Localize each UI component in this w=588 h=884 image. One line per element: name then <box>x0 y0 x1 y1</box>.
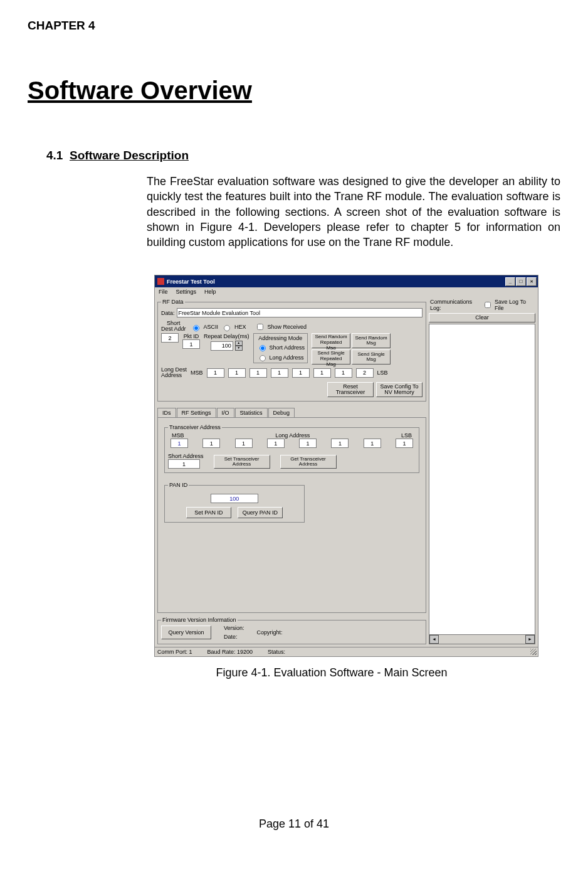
section-title: Software Description <box>70 149 189 162</box>
repeat-spinner[interactable]: ▲ ▼ <box>235 341 243 351</box>
ta-2[interactable] <box>235 439 253 448</box>
ld-2[interactable] <box>249 368 267 378</box>
long-addr-radio[interactable] <box>260 355 266 361</box>
comm-log-area[interactable] <box>429 324 535 635</box>
save-log-check[interactable] <box>485 302 491 308</box>
status-comm: Comm Port: 1 <box>157 649 192 655</box>
ld-7[interactable] <box>356 368 374 378</box>
show-received-check[interactable] <box>257 324 263 330</box>
reset-transceiver-button[interactable]: Reset Transceiver <box>327 382 374 397</box>
body-paragraph: The FreeStar evaluation software was des… <box>147 174 560 250</box>
page-number: Page 11 of 41 <box>28 817 560 831</box>
pktid-label: Pkt ID <box>184 333 199 339</box>
ta-lsb: LSB <box>401 432 412 439</box>
menu-help[interactable]: Help <box>204 289 216 295</box>
ta-0[interactable] <box>171 439 188 448</box>
tab-ids[interactable]: IDs <box>157 408 176 417</box>
ascii-radio[interactable] <box>193 325 199 331</box>
ta-6[interactable] <box>364 439 381 448</box>
query-version-button[interactable]: Query Version <box>161 626 211 639</box>
comm-log-title: Communications Log: <box>430 299 482 311</box>
ld-0[interactable] <box>207 368 224 378</box>
ld-4[interactable] <box>292 368 310 378</box>
close-button[interactable]: × <box>527 277 537 286</box>
set-transceiver-button[interactable]: Set Transceiver Address <box>214 455 270 469</box>
send-random-button[interactable]: Send Random Msg <box>352 333 391 348</box>
long-dest-label: Long Dest Address <box>161 367 187 378</box>
pan-id-group: PAN ID Set PAN ID Query PAN ID <box>164 482 305 523</box>
scroll-right-icon[interactable]: ► <box>525 635 535 644</box>
ta-msb: MSB <box>172 432 184 439</box>
scroll-left-icon[interactable]: ◄ <box>429 635 439 644</box>
show-received-label: Show Received <box>268 324 307 330</box>
resize-grip-icon[interactable] <box>530 649 537 655</box>
rf-data-legend: RF Data <box>161 299 185 305</box>
status-bar: Comm Port: 1 Baud Rate: 19200 Status: <box>155 647 538 656</box>
send-random-repeated-button[interactable]: Send Random Repeated Msg <box>312 333 350 348</box>
send-single-repeated-button[interactable]: Send Single Repeated Msg <box>312 349 350 365</box>
tab-bar: IDs RF Settings I/O Statistics Debug <box>157 408 426 418</box>
ld-1[interactable] <box>228 368 246 378</box>
short-dest-label: Short Dest Addr <box>161 321 186 332</box>
pktid-input[interactable] <box>182 339 200 349</box>
set-pan-button[interactable]: Set PAN ID <box>186 507 231 518</box>
save-log-label: Save Log To File <box>495 299 534 311</box>
titlebar: Freestar Test Tool _ □ × <box>155 275 538 287</box>
fw-legend: Firmware Version Information <box>161 617 238 623</box>
get-transceiver-button[interactable]: Get Transceiver Address <box>280 455 337 469</box>
fw-copyright-label: Copyright: <box>257 629 283 636</box>
ta-7[interactable] <box>396 439 413 448</box>
pan-id-input[interactable] <box>211 494 258 503</box>
minimize-button[interactable]: _ <box>505 277 515 286</box>
data-input[interactable] <box>177 308 423 317</box>
repeat-input[interactable] <box>211 341 233 351</box>
figure-caption: Figure 4-1. Evaluation Software - Main S… <box>103 666 560 679</box>
menu-file[interactable]: File <box>159 289 168 295</box>
ta-short-label: Short Address <box>168 453 204 459</box>
menu-settings[interactable]: Settings <box>176 289 197 295</box>
fw-version-label: Version: <box>224 625 244 631</box>
tab-rf-settings[interactable]: RF Settings <box>177 408 216 417</box>
addr-mode-label: Addressing Mode <box>256 335 305 341</box>
tab-statistics[interactable]: Statistics <box>235 408 268 417</box>
send-single-button[interactable]: Send Single Msg <box>352 349 391 365</box>
clear-log-button[interactable]: Clear <box>429 313 535 322</box>
maximize-button[interactable]: □ <box>516 277 526 286</box>
ld-6[interactable] <box>335 368 352 378</box>
data-label: Data: <box>161 310 175 316</box>
tab-io[interactable]: I/O <box>217 408 234 417</box>
ta-legend: Transceiver Address <box>168 424 222 430</box>
status-baud: Baud Rate: 19200 <box>207 649 253 655</box>
rf-data-group: RF Data Data: Short Dest Addr ASC <box>157 299 426 402</box>
log-scrollbar[interactable]: ◄ ► <box>429 635 535 644</box>
ta-4[interactable] <box>299 439 317 448</box>
ta-short-input[interactable] <box>168 459 200 469</box>
msb-label: MSB <box>191 370 203 376</box>
spin-up-icon[interactable]: ▲ <box>235 341 243 346</box>
ld-5[interactable] <box>313 368 331 378</box>
fw-date-label: Date: <box>224 634 244 640</box>
hex-label: HEX <box>234 324 246 330</box>
page-title: Software Overview <box>28 77 560 105</box>
ta-1[interactable] <box>202 439 220 448</box>
short-dest-input[interactable] <box>161 333 179 343</box>
lsb-label: LSB <box>377 370 388 376</box>
short-addr-radio[interactable] <box>260 345 266 351</box>
app-icon <box>157 278 164 285</box>
chapter-label: CHAPTER 4 <box>28 19 560 33</box>
section-heading: 4.1 Software Description <box>46 149 560 162</box>
menubar: File Settings Help <box>155 287 538 296</box>
ta-5[interactable] <box>331 439 349 448</box>
save-config-button[interactable]: Save Config To NV Memory <box>376 382 423 397</box>
transceiver-address-group: Transceiver Address MSB Long Address LSB <box>164 424 419 473</box>
ld-3[interactable] <box>271 368 288 378</box>
section-number: 4.1 <box>46 149 63 162</box>
query-pan-button[interactable]: Query PAN ID <box>238 507 283 518</box>
tab-debug[interactable]: Debug <box>268 408 295 417</box>
hex-radio[interactable] <box>224 325 230 331</box>
firmware-group: Firmware Version Information Query Versi… <box>157 617 426 644</box>
ta-3[interactable] <box>267 439 285 448</box>
spin-down-icon[interactable]: ▼ <box>235 346 243 351</box>
tab-page-ids: Transceiver Address MSB Long Address LSB <box>157 418 426 613</box>
ta-long: Long Address <box>275 432 310 439</box>
